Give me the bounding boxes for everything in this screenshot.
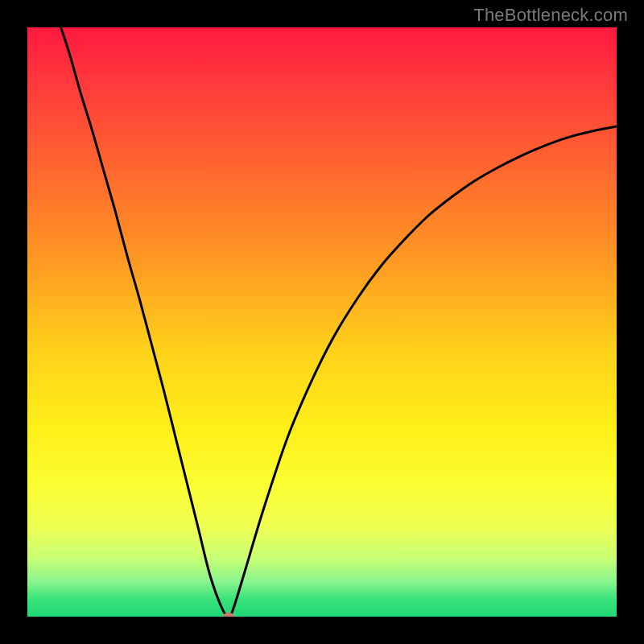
watermark-text: TheBottleneck.com — [473, 5, 628, 26]
optimum-marker — [223, 613, 234, 617]
plot-area — [27, 27, 617, 617]
bottleneck-curve — [27, 27, 617, 617]
chart-frame: TheBottleneck.com — [0, 0, 644, 644]
